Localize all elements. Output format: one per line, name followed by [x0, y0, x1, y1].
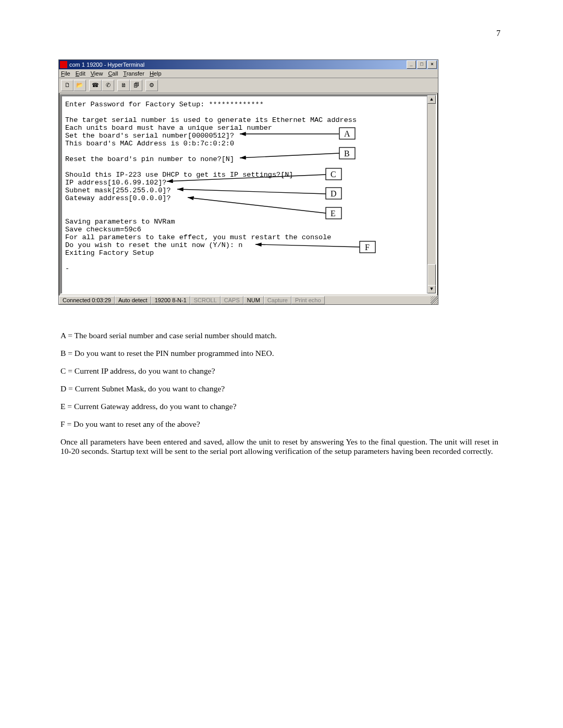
close-button[interactable]: ×	[427, 60, 437, 69]
scrollbar[interactable]: ▲ ▼	[427, 95, 436, 293]
page-number: 7	[496, 29, 500, 38]
properties-icon[interactable]: ⚙	[145, 80, 158, 91]
status-connected: Connected 0:03:29	[59, 296, 115, 304]
legend-f: F = Do you want to reset any of the abov…	[60, 419, 498, 429]
new-icon[interactable]: 🗋	[61, 80, 74, 91]
legend-a: A = The board serial number and case ser…	[60, 331, 498, 340]
status-mode: 19200 8-N-1	[151, 296, 190, 304]
menu-call[interactable]: Call	[108, 70, 118, 77]
titlebar: com 1 19200 - HyperTerminal _ □ ×	[59, 60, 438, 69]
status-scroll: SCROLL	[190, 296, 221, 304]
open-icon[interactable]: 📂	[74, 80, 86, 91]
scroll-down-icon[interactable]: ▼	[427, 285, 436, 293]
menu-edit[interactable]: Edit	[76, 70, 85, 77]
app-icon	[60, 61, 67, 68]
maximize-button[interactable]: □	[417, 60, 426, 69]
menu-file[interactable]: File	[61, 70, 70, 77]
hyperterminal-window: com 1 19200 - HyperTerminal _ □ × File E…	[58, 59, 438, 305]
terminal-output[interactable]: Enter Password for Factory Setup: ******…	[61, 95, 427, 293]
status-detect: Auto detect	[115, 296, 151, 304]
status-num: NUM	[243, 296, 264, 304]
status-print: Print echo	[291, 296, 325, 304]
legend-paragraph: Once all parameters have been entered an…	[60, 437, 498, 456]
menubar: File Edit View Call Transfer Help	[59, 69, 438, 78]
call-icon[interactable]: ☎	[89, 80, 102, 91]
legend-e: E = Current Gateway address, do you want…	[60, 402, 498, 411]
legend-b: B = Do you want to reset the PIN number …	[60, 349, 498, 358]
scroll-up-icon[interactable]: ▲	[427, 95, 436, 104]
window-title: com 1 19200 - HyperTerminal	[69, 61, 407, 68]
terminal-area: Enter Password for Factory Setup: ******…	[60, 94, 437, 294]
status-caps: CAPS	[221, 296, 243, 304]
toolbar: 🗋 📂 ☎ ✆ 🗎 🗐 ⚙	[59, 78, 438, 93]
resize-grip-icon[interactable]	[431, 296, 438, 304]
statusbar: Connected 0:03:29 Auto detect 19200 8-N-…	[59, 295, 438, 304]
disconnect-icon[interactable]: ✆	[102, 80, 114, 91]
receive-icon[interactable]: 🗐	[130, 80, 142, 91]
legend-block: A = The board serial number and case ser…	[60, 331, 498, 464]
status-capture: Capture	[264, 296, 291, 304]
menu-transfer[interactable]: Transfer	[123, 70, 144, 77]
scroll-thumb[interactable]	[427, 264, 436, 286]
menu-view[interactable]: View	[91, 70, 103, 77]
minimize-button[interactable]: _	[407, 60, 416, 69]
menu-help[interactable]: Help	[150, 70, 162, 77]
legend-d: D = Current Subnet Mask, do you want to …	[60, 384, 498, 393]
legend-c: C = Current IP address, do you want to c…	[60, 366, 498, 376]
send-icon[interactable]: 🗎	[117, 80, 130, 91]
